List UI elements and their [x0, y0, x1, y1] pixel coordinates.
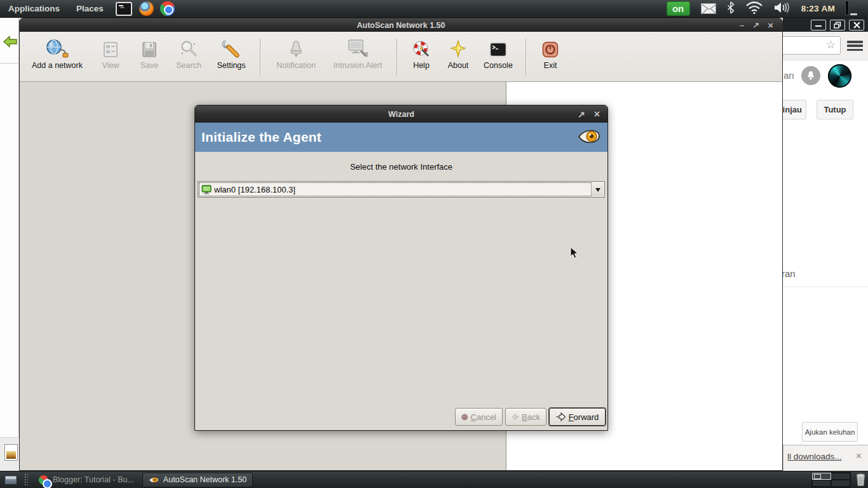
- toolbar-label: Search: [176, 61, 201, 70]
- toolbar-label: Help: [413, 61, 430, 70]
- workspace-2[interactable]: [831, 473, 850, 480]
- browser-right-pane: ☆ an atinjau Tutup ran Ajukan keluhan ll…: [783, 18, 868, 471]
- workspace-4[interactable]: [831, 480, 850, 487]
- toolbar-button-save[interactable]: Save: [130, 36, 168, 70]
- downloads-close-icon[interactable]: ×: [856, 451, 862, 461]
- wizard-prompt: Select the network Interface: [195, 162, 607, 172]
- image-thumbnail-icon[interactable]: [4, 444, 18, 461]
- downloads-bar: ll downloads... ×: [783, 445, 868, 471]
- autoscan-titlebar[interactable]: AutoScan Network 1.50 – ↗ ×: [20, 18, 782, 32]
- taskbar-handle: [24, 473, 28, 486]
- toolbar-button-exit[interactable]: Exit: [532, 36, 568, 70]
- browser-minimize-button[interactable]: [811, 20, 826, 30]
- notification-bell-icon[interactable]: [801, 66, 820, 85]
- forward-arrow-icon: [556, 412, 566, 421]
- status-badge[interactable]: on: [667, 1, 690, 16]
- toolbar-label: About: [448, 61, 469, 70]
- search-icon: [180, 37, 198, 58]
- top-panel: Applications Places on 8:23 AM: [0, 0, 868, 18]
- autoscan-toolbar: Add a network View Save Search: [20, 32, 782, 82]
- wifi-icon[interactable]: [745, 1, 763, 17]
- page-button-row: atinjau Tutup: [783, 100, 868, 121]
- toolbar-button-settings[interactable]: Settings: [209, 36, 254, 70]
- toolbar-button-view[interactable]: View: [91, 36, 130, 70]
- toolbar-label: Console: [484, 61, 513, 70]
- toolbar-button-help[interactable]: Help: [403, 36, 439, 70]
- show-desktop-icon: [4, 475, 17, 485]
- firefox-launcher-icon[interactable]: [139, 1, 154, 16]
- display-icon[interactable]: [846, 3, 862, 15]
- bookmark-star-icon[interactable]: ☆: [826, 38, 836, 51]
- network-interface-icon: [201, 185, 212, 194]
- forward-button[interactable]: Forward: [549, 408, 606, 426]
- toolbar-label: Settings: [217, 61, 245, 70]
- toolbar-button-notification[interactable]: Notification: [267, 36, 325, 70]
- complaint-button[interactable]: Ajukan keluhan: [802, 422, 858, 442]
- toolbar-button-console[interactable]: Console: [477, 36, 519, 70]
- browser-close-button[interactable]: [849, 20, 864, 30]
- minimize-icon[interactable]: –: [740, 21, 744, 29]
- restore-icon[interactable]: ↗: [752, 21, 759, 29]
- page-footer-strip: [0, 437, 19, 471]
- wizard-titlebar[interactable]: Wizard ↗ ×: [195, 105, 607, 123]
- mail-icon[interactable]: [701, 3, 716, 14]
- avatar[interactable]: [828, 64, 851, 88]
- terminal-launcher-icon[interactable]: [116, 2, 132, 16]
- cancel-button[interactable]: Cancel: [455, 408, 503, 426]
- toolbar-button-add-network[interactable]: Add a network: [24, 36, 91, 70]
- interface-select[interactable]: wlan0 [192.168.100.3]: [198, 181, 605, 198]
- toolbar-label: View: [102, 61, 119, 70]
- about-star-icon: [450, 37, 466, 58]
- clipped-text-middle: ran: [783, 268, 796, 279]
- workspace-3[interactable]: [812, 480, 831, 487]
- show-desktop-button[interactable]: [0, 471, 22, 488]
- chrome-launcher-icon[interactable]: [160, 1, 175, 16]
- back-arrow-icon: [512, 412, 519, 421]
- toolbar-button-intrusion-alert[interactable]: Intrusion Alert: [325, 36, 390, 70]
- dropdown-arrow-icon[interactable]: [591, 182, 604, 196]
- applications-menu[interactable]: Applications: [0, 4, 68, 13]
- browser-left-edge: [0, 18, 19, 471]
- show-downloads-link[interactable]: ll downloads...: [787, 452, 842, 461]
- clock[interactable]: 8:23 AM: [801, 4, 835, 13]
- places-menu[interactable]: Places: [68, 4, 112, 13]
- workspace-1[interactable]: [812, 473, 831, 480]
- bluetooth-icon[interactable]: [727, 1, 735, 17]
- toolbar-label: Exit: [544, 61, 557, 70]
- browser-titlebar: [783, 18, 868, 32]
- browser-restore-button[interactable]: [830, 20, 845, 30]
- desktop: ☆ an atinjau Tutup ran Ajukan keluhan ll…: [0, 0, 868, 488]
- interface-select-value: wlan0 [192.168.100.3]: [214, 185, 295, 194]
- task-blogger[interactable]: Blogger: Tutorial - Bu...: [33, 473, 140, 487]
- wizard-close-icon[interactable]: ×: [594, 109, 600, 119]
- clipped-text-top: an: [783, 70, 794, 81]
- toolbar-label: Notification: [276, 61, 316, 70]
- toolbar-label: Intrusion Alert: [334, 61, 382, 70]
- autoscan-eye-logo-icon: [578, 129, 600, 147]
- page-divider: [0, 63, 19, 64]
- bottom-taskbar: Blogger: Tutorial - Bu... AutoScan Netwo…: [0, 471, 868, 488]
- tutup-button[interactable]: Tutup: [817, 100, 853, 119]
- back-arrow-icon[interactable]: [3, 36, 18, 50]
- wizard-window-title: Wizard: [388, 110, 414, 119]
- url-bar[interactable]: ☆: [783, 36, 841, 55]
- volume-icon[interactable]: [774, 2, 790, 16]
- task-autoscan[interactable]: AutoScan Network 1.50: [142, 473, 253, 487]
- wizard-restore-icon[interactable]: ↗: [578, 110, 585, 119]
- browser-menu-icon[interactable]: [847, 41, 863, 51]
- toolbar-separator: [397, 39, 397, 76]
- workspace-switcher[interactable]: [811, 472, 851, 487]
- back-button[interactable]: Back: [505, 408, 546, 426]
- view-icon: [102, 37, 119, 58]
- wizard-header-title: Initialize the Agent: [195, 130, 322, 145]
- autoscan-window-title: AutoScan Network 1.50: [357, 21, 445, 30]
- toolbar-button-search[interactable]: Search: [168, 36, 209, 70]
- review-button[interactable]: atinjau: [783, 100, 806, 119]
- console-icon: [489, 37, 508, 58]
- autoscan-task-eye-icon: [149, 477, 159, 484]
- trash-icon[interactable]: [856, 473, 865, 487]
- content-divider: [783, 287, 868, 287]
- mouse-cursor: [570, 247, 580, 262]
- close-icon[interactable]: ×: [768, 20, 773, 30]
- toolbar-button-about[interactable]: About: [439, 36, 477, 70]
